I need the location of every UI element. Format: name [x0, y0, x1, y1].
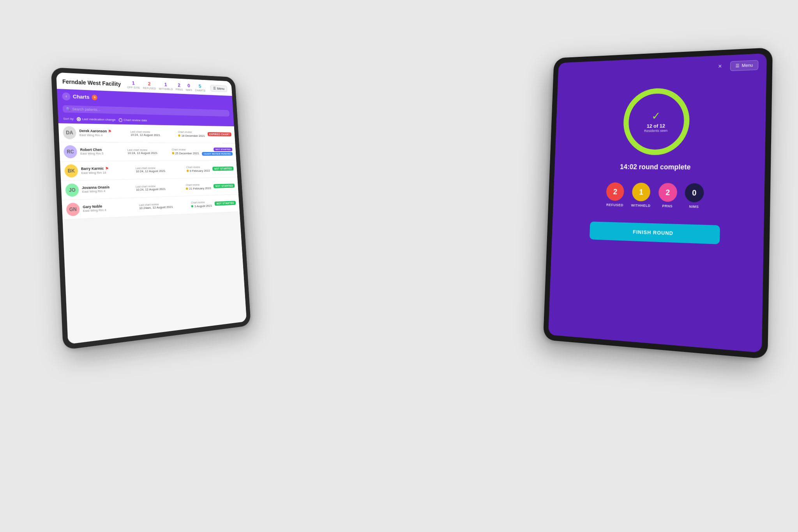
progress-circle: ✓ 12 of 12 Residents seen — [621, 86, 692, 156]
circle-inner: ✓ 12 of 12 Residents seen — [644, 110, 668, 133]
search-input[interactable] — [72, 107, 227, 115]
stat-withheld: 1 WITHHELD — [159, 81, 173, 91]
chart-review-section: Chart review 25 December 2021 — [172, 148, 200, 155]
flag-icon: ⚑ — [108, 129, 112, 134]
tablet-left-screen: Ferndale West Facility 1 OFF-SITE 2 REFU… — [56, 72, 247, 344]
menu-icon: ☰ — [213, 87, 216, 90]
back-button[interactable]: ‹ — [62, 92, 71, 101]
stat-refused-bubble: 2 REFUSED — [606, 182, 624, 207]
action-badge: NOT STARTED — [214, 184, 235, 189]
stat-refused: 2 REFUSED — [143, 81, 156, 90]
prns-label: PRNS — [662, 204, 673, 208]
charts-title: Charts — [73, 94, 90, 100]
chart-review-section: Chart review 3 August 2021 — [191, 201, 212, 208]
patient-name: Robert Chen — [80, 148, 124, 152]
withheld-label: WITHHELD — [631, 203, 650, 208]
withheld-count: 1 — [632, 183, 651, 201]
patient-row[interactable]: RC Robert Chen East Wing Rm 5 Last chart… — [59, 142, 236, 161]
sort-option-chart-review[interactable]: Chart review date — [118, 118, 147, 122]
prns-count: 2 — [658, 183, 677, 202]
patient-info: Derek Aaronson ⚑ East Wing Rm 4 — [79, 129, 127, 138]
avatar: DA — [63, 126, 76, 140]
chart-info: Last chart review 10:24, 12 August 2021 — [127, 148, 169, 155]
stat-prns: 2 PRNS — [175, 82, 183, 92]
patient-row[interactable]: DA Derek Aaronson ⚑ East Wing Rm 4 Last … — [58, 123, 235, 143]
chart-review-section: Chart review 18 December 2021 — [178, 131, 205, 138]
menu-lines-icon: ☰ — [736, 63, 740, 69]
patient-room: East Wing Rm 4 — [79, 133, 128, 137]
facility-name: Ferndale West Facility — [62, 78, 121, 87]
avatar: JO — [65, 184, 79, 197]
patient-list: DA Derek Aaronson ⚑ East Wing Rm 4 Last … — [58, 123, 247, 344]
chart-info: Last chart review 10:24, 12 August 2021 — [130, 130, 175, 137]
chart-dot-yellow — [187, 170, 189, 172]
patient-room: East Wing Rm 4 — [82, 189, 133, 194]
patient-room: East Wing Rm 5 — [80, 152, 125, 156]
left-menu-button[interactable]: ☰ Menu — [210, 85, 227, 92]
stat-prns-bubble: 2 PRNS — [658, 183, 677, 208]
stat-nims: 0 NIMS — [185, 83, 192, 92]
progress-label: Residents seen — [644, 129, 668, 133]
chart-dot-yellow — [186, 187, 188, 190]
chart-info: Last chart review 10:24, 12 August 2021 — [136, 166, 184, 173]
patient-room: East Wing Rm 18 — [81, 170, 133, 175]
refused-count: 2 — [606, 182, 625, 201]
avatar: RC — [64, 145, 77, 158]
flag-icon: ⚑ — [105, 166, 109, 171]
action-badge: EXPIRED CHART — [207, 132, 231, 136]
tablet-left-shell: Ferndale West Facility 1 OFF-SITE 2 REFU… — [51, 67, 251, 350]
avatar: BK — [64, 164, 78, 178]
scene: Ferndale West Facility 1 OFF-SITE 2 REFU… — [0, 0, 798, 532]
stat-charts: 5 CHARTS — [194, 83, 205, 92]
tablet-left: Ferndale West Facility 1 OFF-SITE 2 REFU… — [51, 67, 251, 350]
sort-label: Sort by — [63, 117, 74, 121]
action-badge: NOT STARTED — [215, 201, 236, 206]
sort-option-last-medication[interactable]: Last medication change — [77, 117, 116, 122]
action-badge-chart-review: CHART REVIEW PENDING — [202, 152, 233, 156]
stat-nims-bubble: 0 NIMS — [684, 183, 704, 209]
checkmark-icon: ✓ — [644, 110, 668, 122]
stat-withheld-bubble: 1 WITHHELD — [631, 183, 651, 208]
header-stats: 1 OFF-SITE 2 REFUSED 1 WITHHELD 2 — [127, 80, 205, 92]
round-complete-text: 14:02 round complete — [620, 163, 691, 171]
nims-count: 0 — [685, 183, 704, 202]
chart-dot-yellow — [178, 134, 180, 137]
chart-review-section: Chart review 9 February 2022 — [186, 166, 210, 173]
patient-info: Gary Noble East Wing Rm 4 — [83, 203, 136, 213]
chart-info: Last chart review 10:24, 12 August 2021 — [136, 184, 183, 191]
close-button[interactable]: × — [714, 61, 726, 72]
patient-info: Barry Karmic ⚑ East Wing Rm 18 — [81, 166, 133, 175]
search-icon: 🔍 — [66, 107, 71, 111]
chart-dot-yellow — [172, 152, 174, 155]
action-badge-not-started: NOT STARTED — [214, 148, 232, 151]
right-header: × ☰ Menu — [558, 53, 767, 83]
radio-unselected — [118, 118, 122, 122]
right-menu-button[interactable]: ☰ Menu — [730, 60, 758, 71]
stats-row: 2 REFUSED 1 WITHHELD 2 PRNS 0 NIMS — [606, 182, 704, 209]
tablet-right-screen: × ☰ Menu ✓ 12 of — [548, 53, 767, 353]
radio-selected — [77, 117, 81, 121]
chart-dot-green — [191, 205, 194, 208]
avatar: GN — [66, 203, 80, 216]
chart-info: Last chart review 10:24am, 12 August 202… — [139, 202, 188, 210]
tablet-right: × ☰ Menu ✓ 12 of — [543, 48, 773, 359]
patient-info: Robert Chen East Wing Rm 5 — [80, 148, 124, 156]
stat-offsite: 1 OFF-SITE — [127, 80, 140, 90]
finish-round-button[interactable]: FINISH ROUND — [590, 221, 720, 244]
nims-label: NIMS — [689, 205, 699, 209]
chart-review-section: Chart review 21 February 2022 — [186, 183, 211, 191]
action-badge: NOT STARTED — [212, 167, 233, 171]
tablet-right-shell: × ☰ Menu ✓ 12 of — [543, 48, 773, 359]
charts-badge: 9 — [92, 95, 97, 101]
refused-label: REFUSED — [606, 203, 623, 207]
patient-info: Jovanna Onasis East Wing Rm 4 — [82, 185, 133, 194]
progress-count: 12 of 12 — [644, 123, 668, 129]
